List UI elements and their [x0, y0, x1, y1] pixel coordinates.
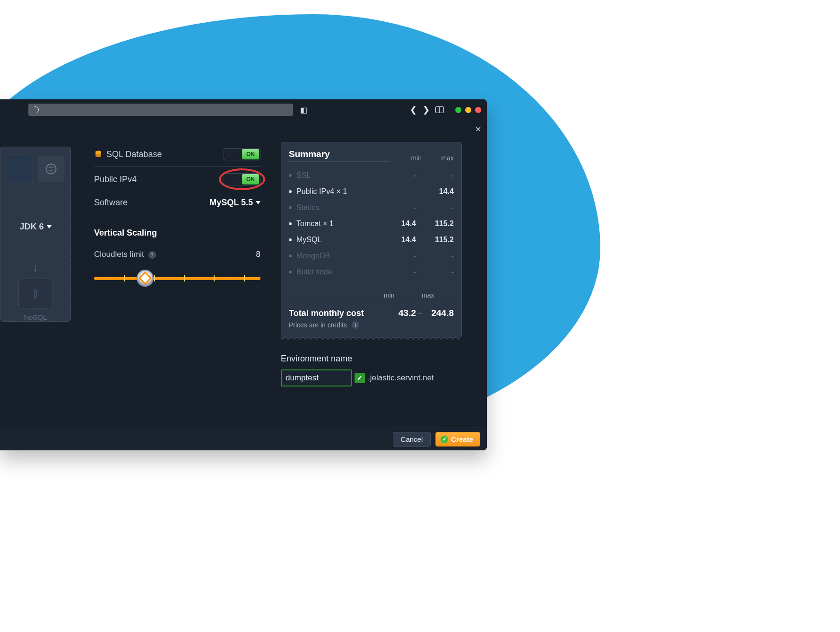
- panels-icon[interactable]: [435, 106, 444, 113]
- cancel-button[interactable]: Cancel: [393, 432, 431, 447]
- bullet-icon: [289, 206, 292, 209]
- summary-col-min: min: [390, 154, 422, 162]
- bullet-icon: [289, 255, 292, 257]
- traffic-red-icon[interactable]: [475, 107, 481, 113]
- public-ipv4-label: Public IPv4: [94, 175, 137, 184]
- summary-row-name: Build node: [296, 268, 384, 276]
- summary-row-max: 115.2: [422, 219, 454, 228]
- summary-row-max: -: [422, 268, 454, 276]
- chevron-down-icon: [47, 225, 52, 228]
- summary-row-max: -: [422, 252, 454, 260]
- cloudlets-slider[interactable]: [94, 273, 260, 283]
- bullet-icon: [289, 190, 292, 193]
- env-valid-icon: ✓: [355, 373, 365, 383]
- summary-row: Public IPv4 × 114.4: [289, 184, 454, 200]
- summary-row: MongoDB- -: [289, 248, 454, 264]
- traffic-green-icon[interactable]: [455, 107, 461, 113]
- sql-database-label: SQL Database: [106, 149, 162, 159]
- total-min: 43.2: [384, 308, 416, 318]
- flow-arrow-icon: ↓: [33, 261, 38, 274]
- bullet-icon: [289, 222, 292, 225]
- info-icon[interactable]: i: [352, 321, 359, 329]
- public-ipv4-toggle[interactable]: ON: [224, 173, 260, 185]
- jdk-dropdown[interactable]: JDK 6: [19, 222, 51, 232]
- vertical-scaling-title: Vertical Scaling: [94, 228, 260, 241]
- cloudlets-value: 8: [256, 250, 260, 259]
- summary-row-min: -: [384, 171, 416, 180]
- software-dropdown[interactable]: MySQL 5.5: [209, 198, 260, 208]
- summary-row: Statics- -: [289, 200, 454, 216]
- help-icon[interactable]: ?: [148, 251, 156, 259]
- software-label: Software: [94, 198, 128, 208]
- summary-row-name: MySQL: [296, 236, 384, 244]
- balancer-slot-icon[interactable]: [7, 156, 33, 182]
- topology-column: + JDK 6 ↓ NoSQL: [0, 142, 83, 428]
- summary-row: Build node- -: [289, 264, 454, 280]
- summary-row-max: -: [422, 203, 454, 212]
- env-name-label: Environment name: [281, 354, 462, 364]
- traffic-yellow-icon[interactable]: [465, 107, 471, 113]
- summary-row-name: Statics: [296, 203, 384, 212]
- topology-box: + JDK 6 ↓ NoSQL: [0, 147, 71, 322]
- cloudlets-limit-label: Cloudlets limit: [94, 250, 144, 259]
- summary-column: Summary min max SSL- -Public IPv4 × 114.…: [272, 142, 470, 428]
- bullet-icon: [289, 271, 292, 273]
- reload-icon[interactable]: [31, 105, 40, 114]
- credits-note: Prices are in credits: [289, 321, 347, 329]
- window-controls: [455, 107, 481, 113]
- summary-row-name: Tomcat × 1: [296, 219, 384, 228]
- close-icon[interactable]: ✕: [475, 125, 481, 134]
- nosql-slot-icon[interactable]: [18, 279, 52, 308]
- url-bar[interactable]: [28, 104, 293, 116]
- bullet-icon: [289, 238, 292, 241]
- nav-back-icon[interactable]: ❮: [410, 105, 417, 115]
- jdk-label: JDK 6: [19, 222, 43, 232]
- total-col-min: min: [384, 283, 416, 299]
- sql-toggle-state: ON: [246, 151, 255, 158]
- total-col-max: max: [422, 283, 454, 299]
- chevron-down-icon: [256, 201, 260, 204]
- summary-row-min: -: [384, 268, 416, 276]
- bullet-icon: [289, 174, 292, 177]
- browser-toolbar: ◧ ❮ ❯: [0, 99, 487, 120]
- check-icon: ✓: [441, 436, 448, 443]
- software-value: MySQL 5.5: [209, 198, 253, 208]
- svg-point-0: [46, 164, 56, 174]
- create-button[interactable]: ✓ Create: [435, 432, 480, 447]
- ipv4-toggle-state: ON: [246, 176, 255, 183]
- summary-box: Summary min max SSL- -Public IPv4 × 114.…: [281, 142, 462, 338]
- sql-database-toggle[interactable]: ON: [224, 148, 260, 160]
- summary-title: Summary: [289, 149, 390, 162]
- database-icon: [94, 150, 103, 158]
- summary-row-name: Public IPv4 × 1: [296, 187, 384, 196]
- env-name-input[interactable]: [281, 369, 352, 386]
- summary-col-max: max: [422, 154, 454, 162]
- create-button-label: Create: [451, 435, 473, 443]
- slider-handle[interactable]: [137, 270, 154, 287]
- summary-row-max: 115.2: [422, 236, 454, 244]
- summary-row-name: MongoDB: [296, 252, 384, 260]
- summary-row-name: SSL: [296, 171, 384, 180]
- summary-row-min: -: [384, 252, 416, 260]
- summary-row: SSL- -: [289, 167, 454, 184]
- settings-column: SQL Database ON Public IPv4 ON Software: [83, 142, 272, 428]
- summary-row: Tomcat × 114.4→115.2: [289, 216, 454, 232]
- total-label: Total monthly cost: [289, 308, 384, 318]
- shield-icon[interactable]: ◧: [299, 105, 308, 114]
- nosql-label: NoSQL: [24, 313, 47, 321]
- summary-row-min: 14.4: [384, 236, 416, 244]
- summary-row-max: 14.4: [422, 187, 454, 196]
- summary-row-min: -: [384, 203, 416, 212]
- tomcat-slot-icon[interactable]: [38, 156, 64, 182]
- nav-forward-icon[interactable]: ❯: [423, 105, 430, 115]
- summary-row-max: -: [422, 171, 454, 180]
- summary-row-min: 14.4: [384, 219, 416, 228]
- summary-row: MySQL14.4→115.2: [289, 232, 454, 248]
- total-max: 244.8: [422, 308, 454, 318]
- env-domain: .jelastic.servint.net: [368, 373, 434, 383]
- dialog-actions: Cancel ✓ Create: [0, 428, 487, 450]
- app-window: ◧ ❮ ❯ ✕ + JDK 6: [0, 99, 487, 450]
